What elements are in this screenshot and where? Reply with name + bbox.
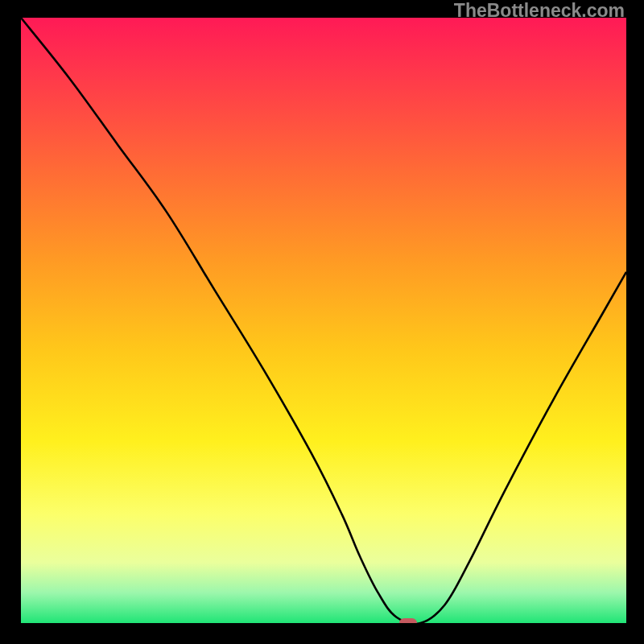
optimal-marker <box>399 618 417 623</box>
chart-frame: TheBottleneck.com <box>0 0 644 644</box>
bottleneck-curve <box>21 18 626 623</box>
watermark-text: TheBottleneck.com <box>454 0 625 22</box>
plot-area <box>21 18 626 623</box>
